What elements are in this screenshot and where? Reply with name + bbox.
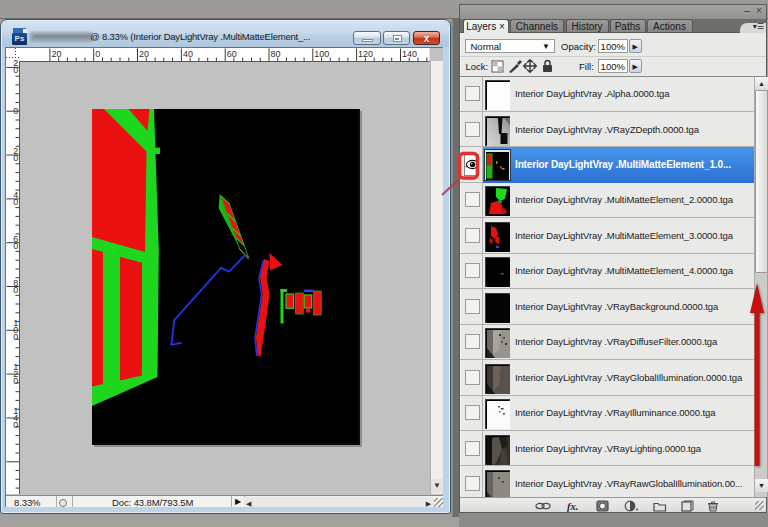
svg-text:0: 0 [13, 153, 18, 163]
svg-text:fx.: fx. [567, 500, 578, 511]
svg-text:100: 100 [314, 49, 329, 59]
svg-text:20: 20 [139, 49, 149, 59]
svg-text:80: 80 [271, 49, 281, 59]
svg-text:140: 140 [402, 49, 417, 59]
svg-text:0: 0 [95, 49, 100, 59]
svg-text:0: 0 [13, 284, 18, 294]
svg-text:0: 0 [13, 419, 18, 429]
svg-text:120: 120 [358, 49, 373, 59]
svg-text:0: 0 [13, 105, 18, 115]
svg-text:0: 0 [13, 65, 18, 75]
svg-text:20: 20 [51, 49, 61, 59]
svg-text:0: 0 [13, 240, 18, 250]
svg-text:0: 0 [13, 375, 18, 385]
svg-text:40: 40 [183, 49, 193, 59]
svg-text:60: 60 [227, 49, 237, 59]
svg-text:0: 0 [13, 196, 18, 206]
svg-text:0: 0 [13, 331, 18, 341]
